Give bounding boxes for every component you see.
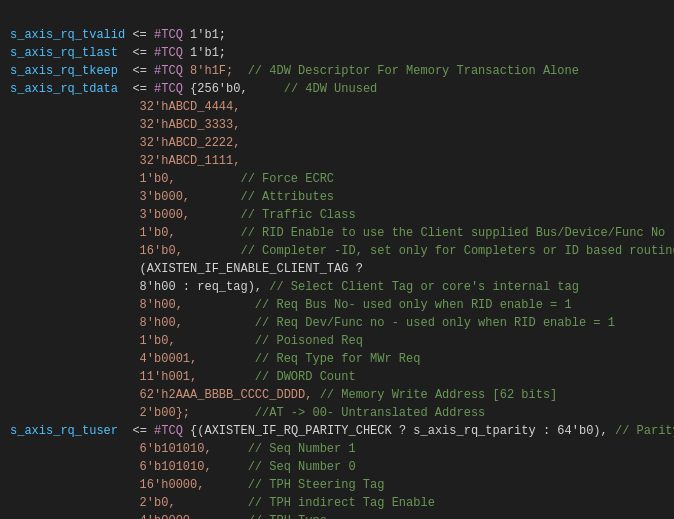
code-line: 11'h001, // DWORD Count xyxy=(10,368,664,386)
code-token: 11'h001, xyxy=(10,370,255,384)
code-token: // RID Enable to use the Client supplied… xyxy=(240,226,665,240)
code-token: 1'b0, xyxy=(10,172,240,186)
code-line: 32'hABCD_1111, xyxy=(10,152,664,170)
code-token: s_axis_rq_tkeep xyxy=(10,64,118,78)
code-token: 2'b0, xyxy=(10,496,248,510)
code-line: s_axis_rq_tkeep <= #TCQ 8'h1F; // 4DW De… xyxy=(10,62,664,80)
code-token: 1'b0, xyxy=(10,226,240,240)
code-token: //AT -> 00- Untranslated Address xyxy=(255,406,485,420)
code-token: <= xyxy=(118,64,154,78)
code-token: 32'hABCD_1111, xyxy=(10,154,240,168)
code-line: s_axis_rq_tuser <= #TCQ {(AXISTEN_IF_RQ_… xyxy=(10,422,664,440)
code-line: 32'hABCD_3333, xyxy=(10,116,664,134)
code-token: #TCQ xyxy=(154,64,183,78)
code-token: // Memory Write Address [62 bits] xyxy=(320,388,558,402)
code-token: 8'h00, xyxy=(10,316,255,330)
code-token: 2'b00}; xyxy=(10,406,255,420)
code-token: // Req Type for MWr Req xyxy=(255,352,421,366)
code-token: 8'h00 : req_tag), xyxy=(10,280,269,294)
code-token: // TPH Type xyxy=(248,514,327,519)
code-line: 8'h00, // Req Dev/Func no - used only wh… xyxy=(10,314,664,332)
code-token: #TCQ xyxy=(154,28,183,42)
code-token: s_axis_rq_tlast xyxy=(10,46,118,60)
code-line: 62'h2AAA_BBBB_CCCC_DDDD, // Memory Write… xyxy=(10,386,664,404)
code-token: {(AXISTEN_IF_RQ_PARITY_CHECK ? s_axis_rq… xyxy=(183,424,615,438)
code-token: <= xyxy=(125,28,154,42)
code-token: <= xyxy=(118,46,154,60)
code-token: 4'b0001, xyxy=(10,352,255,366)
code-token: 3'b000, xyxy=(10,190,240,204)
code-token: // Force ECRC xyxy=(240,172,334,186)
code-line: 2'b00}; //AT -> 00- Untranslated Address xyxy=(10,404,664,422)
code-line: 4'b0000, // TPH Type xyxy=(10,512,664,519)
code-token: {256'b0, xyxy=(183,82,284,96)
code-token: // TPH Steering Tag xyxy=(248,478,385,492)
code-token: 1'b1; xyxy=(183,28,226,42)
code-token: 6'b101010, xyxy=(10,442,248,456)
code-line: 16'h0000, // TPH Steering Tag xyxy=(10,476,664,494)
code-token: (AXISTEN_IF_ENABLE_CLIENT_TAG ? xyxy=(10,262,363,276)
code-line: 1'b0, // Force ECRC xyxy=(10,170,664,188)
code-token: // Seq Number 0 xyxy=(248,460,356,474)
code-token: // 4DW Unused xyxy=(284,82,378,96)
code-token: s_axis_rq_tuser xyxy=(10,424,118,438)
code-line: 1'b0, // Poisoned Req xyxy=(10,332,664,350)
code-token: 6'b101010, xyxy=(10,460,248,474)
code-token: s_axis_rq_tvalid xyxy=(10,28,125,42)
code-line: (AXISTEN_IF_ENABLE_CLIENT_TAG ? xyxy=(10,260,664,278)
code-token: // Select Client Tag or core's internal … xyxy=(269,280,579,294)
code-line: s_axis_rq_tdata <= #TCQ {256'b0, // 4DW … xyxy=(10,80,664,98)
code-line: 1'b0, // RID Enable to use the Client su… xyxy=(10,224,664,242)
code-token: 1'b1; xyxy=(183,46,226,60)
code-token: 16'h0000, xyxy=(10,478,248,492)
code-token: // Req Dev/Func no - used only when RID … xyxy=(255,316,615,330)
code-line: 3'b000, // Attributes xyxy=(10,188,664,206)
code-line: 6'b101010, // Seq Number 0 xyxy=(10,458,664,476)
code-token: // Completer -ID, set only for Completer… xyxy=(240,244,674,258)
code-token: #TCQ xyxy=(154,424,183,438)
code-token: 1'b0, xyxy=(10,334,255,348)
code-line: 6'b101010, // Seq Number 1 xyxy=(10,440,664,458)
code-container: s_axis_rq_tvalid <= #TCQ 1'b1;s_axis_rq_… xyxy=(0,0,674,519)
code-line: 32'hABCD_4444, xyxy=(10,98,664,116)
code-token: // DWORD Count xyxy=(255,370,356,384)
code-line: 2'b0, // TPH indirect Tag Enable xyxy=(10,494,664,512)
code-token: // Poisoned Req xyxy=(255,334,363,348)
code-line: 16'b0, // Completer -ID, set only for Co… xyxy=(10,242,664,260)
code-token: 4'b0000, xyxy=(10,514,248,519)
code-line: 8'h00 : req_tag), // Select Client Tag o… xyxy=(10,278,664,296)
code-token: // Req Bus No- used only when RID enable… xyxy=(255,298,572,312)
code-token: // Attributes xyxy=(240,190,334,204)
code-line: 32'hABCD_2222, xyxy=(10,134,664,152)
code-token: 32'hABCD_3333, xyxy=(10,118,240,132)
code-line: 8'h00, // Req Bus No- used only when RID… xyxy=(10,296,664,314)
code-token: // Traffic Class xyxy=(240,208,355,222)
code-token: <= xyxy=(118,424,154,438)
code-token: // Seq Number 1 xyxy=(248,442,356,456)
code-token: // TPH indirect Tag Enable xyxy=(248,496,435,510)
code-token: // 4DW Descriptor For Memory Transaction… xyxy=(248,64,579,78)
code-token: 32'hABCD_2222, xyxy=(10,136,240,150)
code-token: 8'h00, xyxy=(10,298,255,312)
code-token: s_axis_rq_tdata xyxy=(10,82,118,96)
code-line: s_axis_rq_tvalid <= #TCQ 1'b1; xyxy=(10,26,664,44)
code-token: <= xyxy=(118,82,154,96)
code-token: 62'h2AAA_BBBB_CCCC_DDDD, xyxy=(10,388,320,402)
code-token: 16'b0, xyxy=(10,244,240,258)
code-line: 3'b000, // Traffic Class xyxy=(10,206,664,224)
code-line: 4'b0001, // Req Type for MWr Req xyxy=(10,350,664,368)
code-token: #TCQ xyxy=(154,82,183,96)
code-token: #TCQ xyxy=(154,46,183,60)
code-token: // Parity xyxy=(615,424,674,438)
code-line: s_axis_rq_tlast <= #TCQ 1'b1; xyxy=(10,44,664,62)
code-token: 8'h1F; xyxy=(183,64,248,78)
code-token: 32'hABCD_4444, xyxy=(10,100,240,114)
code-token: 3'b000, xyxy=(10,208,240,222)
